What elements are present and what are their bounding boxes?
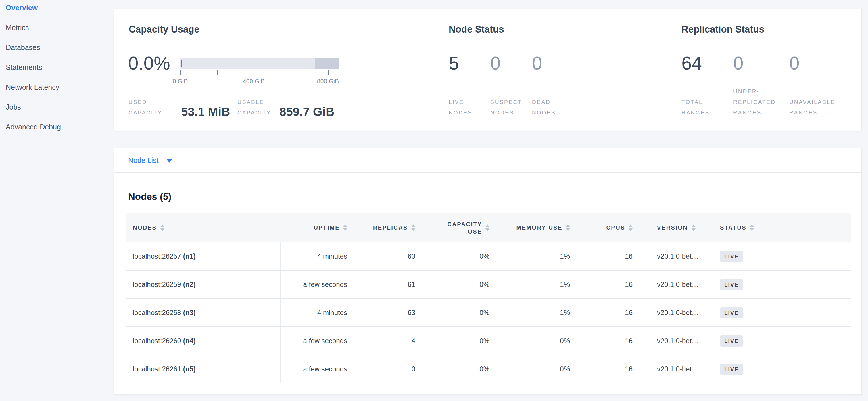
sort-icon[interactable]: [486, 224, 490, 231]
status-cell: LIVE: [720, 242, 851, 270]
node-status-stat-value: 0: [532, 52, 542, 75]
column-label: MEMORY USE: [516, 224, 562, 231]
sidebar-item-statements[interactable]: Statements: [0, 58, 114, 77]
node-address-cell[interactable]: localhost:26257 (n1): [126, 242, 280, 270]
column-label: REPLICAS: [373, 224, 408, 231]
column-header-status[interactable]: STATUS: [720, 213, 851, 242]
column-header-version[interactable]: VERSION: [635, 213, 720, 242]
cpus-cell: 16: [572, 327, 635, 355]
sort-icon[interactable]: [411, 224, 415, 231]
nodes-table-header: NODESUPTIMEREPLICASCAPACITY USEMEMORY US…: [126, 213, 851, 242]
status-badge: LIVE: [720, 251, 743, 262]
node-status-stat-label: SUSPECTNODES: [490, 97, 522, 118]
capacity-gauge: [180, 58, 339, 69]
node-address: localhost:26261: [133, 365, 183, 373]
sort-icon[interactable]: [750, 224, 754, 231]
cpus-cell: 16: [572, 242, 635, 270]
used-capacity-label: USEDCAPACITY: [128, 97, 162, 118]
capacity-use-cell: 0%: [417, 242, 492, 270]
memory-use-cell: 0%: [492, 355, 572, 383]
column-label: VERSION: [657, 224, 688, 231]
replication-stat-label: UNAVAILABLERANGES: [789, 97, 835, 118]
column-header-nodes[interactable]: NODES: [126, 213, 280, 242]
capacity-used-percent: 0.0%: [128, 52, 170, 75]
sidebar-item-advanced-debug[interactable]: Advanced Debug: [0, 117, 114, 137]
column-label: STATUS: [720, 224, 746, 231]
node-address-cell[interactable]: localhost:26259 (n2): [126, 270, 280, 298]
uptime-cell: a few seconds: [280, 355, 349, 383]
cluster-summary-card: Capacity Usage Node Status Replication S…: [114, 9, 862, 131]
capacity-usage-title: Capacity Usage: [129, 24, 199, 35]
uptime-cell: a few seconds: [280, 327, 349, 355]
gauge-tick: [254, 70, 254, 75]
usable-capacity-label: USABLECAPACITY: [238, 97, 271, 118]
node-status-title: Node Status: [449, 24, 504, 35]
status-badge: LIVE: [720, 279, 743, 290]
used-capacity-value: 53.1 MiB: [181, 106, 230, 118]
node-status-stat-label: LIVENODES: [449, 97, 472, 118]
version-cell: v20.1.0-bet…: [635, 355, 720, 383]
column-header-replicas[interactable]: REPLICAS: [349, 213, 417, 242]
capacity-use-cell: 0%: [417, 298, 492, 327]
sidebar-item-overview[interactable]: Overview: [0, 0, 114, 18]
version-cell: v20.1.0-bet…: [635, 298, 720, 327]
sidebar-item-databases[interactable]: Databases: [0, 38, 114, 58]
node-id: (n4): [183, 337, 196, 345]
status-cell: LIVE: [720, 355, 851, 383]
sidebar-nav: OverviewMetricsDatabasesStatementsNetwor…: [0, 0, 114, 137]
chevron-down-icon: [167, 160, 172, 163]
table-row: localhost:26257 (n1)4 minutes630%1%16v20…: [126, 242, 851, 270]
sort-icon[interactable]: [566, 224, 570, 231]
uptime-cell: 4 minutes: [280, 242, 349, 270]
node-address-cell[interactable]: localhost:26258 (n3): [126, 298, 280, 327]
node-address-cell[interactable]: localhost:26261 (n5): [126, 355, 280, 383]
sort-icon[interactable]: [691, 224, 695, 231]
capacity-use-cell: 0%: [417, 355, 492, 383]
replicas-cell: 0: [349, 355, 417, 383]
capacity-use-cell: 0%: [417, 270, 492, 298]
replicas-cell: 63: [349, 298, 417, 327]
memory-use-cell: 0%: [492, 327, 572, 355]
sidebar-item-metrics[interactable]: Metrics: [0, 18, 114, 38]
node-address: localhost:26260: [133, 337, 183, 345]
gauge-tick-label: 400 GiB: [243, 78, 265, 85]
column-header-memory-use[interactable]: MEMORY USE: [492, 213, 572, 242]
node-status-stat-label: DEADNODES: [532, 97, 556, 118]
status-cell: LIVE: [720, 298, 851, 327]
node-id: (n3): [183, 309, 196, 316]
node-address-cell[interactable]: localhost:26260 (n4): [126, 327, 280, 355]
replicas-cell: 61: [349, 270, 417, 298]
gauge-tick: [217, 70, 218, 75]
capacity-gauge-dark-segment: [315, 58, 339, 69]
sidebar-item-network-latency[interactable]: Network Latency: [0, 77, 114, 97]
column-header-capacity-use[interactable]: CAPACITY USE: [417, 213, 492, 242]
cpus-cell: 16: [572, 355, 635, 383]
cpus-cell: 16: [572, 270, 635, 298]
node-list-card: Node List Nodes (5) NODESUPTIMEREPLICASC…: [114, 148, 862, 395]
column-label: CPUS: [606, 224, 625, 231]
node-id: (n2): [183, 281, 196, 288]
cluster-overview-page: OverviewMetricsDatabasesStatementsNetwor…: [0, 0, 868, 401]
node-address: localhost:26259: [133, 281, 183, 288]
status-cell: LIVE: [720, 327, 851, 355]
sort-icon[interactable]: [160, 224, 164, 231]
table-row: localhost:26259 (n2)a few seconds610%1%1…: [126, 270, 851, 298]
memory-use-cell: 1%: [492, 270, 572, 298]
table-row: localhost:26260 (n4)a few seconds40%0%16…: [126, 327, 851, 355]
uptime-cell: 4 minutes: [280, 298, 349, 327]
view-selector[interactable]: Node List: [114, 148, 861, 173]
sidebar-item-jobs[interactable]: Jobs: [0, 97, 114, 117]
sort-icon[interactable]: [628, 224, 632, 231]
column-header-uptime[interactable]: UPTIME: [280, 213, 349, 242]
node-list-dropdown-label[interactable]: Node List: [128, 156, 159, 165]
gauge-tick: [291, 70, 291, 75]
gauge-tick-label: 0 GiB: [173, 78, 188, 85]
status-badge: LIVE: [720, 364, 743, 375]
gauge-tick: [328, 70, 329, 75]
replication-stat-value: 64: [681, 52, 702, 75]
status-badge: LIVE: [720, 307, 743, 318]
column-header-cpus[interactable]: CPUS: [572, 213, 635, 242]
sort-icon[interactable]: [343, 224, 347, 231]
gauge-tick: [180, 70, 181, 75]
column-label: UPTIME: [314, 224, 340, 231]
